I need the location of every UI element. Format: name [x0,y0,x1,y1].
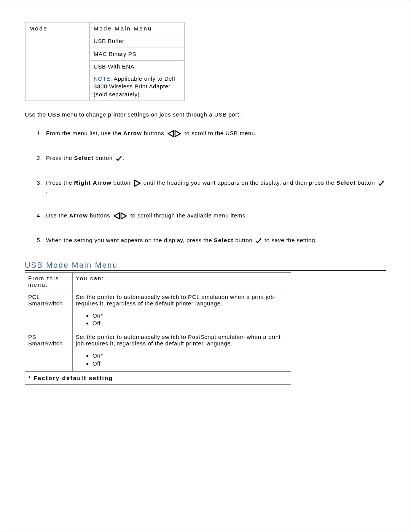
arrow-left-right-icon [113,212,128,219]
row-menu-ps: PS SmartSwitch [25,331,73,372]
arrow-left-right-icon [167,130,182,137]
mode-table-row-main: Mode Main Menu [90,22,185,35]
note-label: NOTE: [94,75,112,82]
mode-table-row-mac-binary: MAC Binary PS [90,48,185,60]
usb-mode-table: From this menu: You can: PCL SmartSwitch… [25,272,291,385]
step-4: Use the Arrow buttons to scroll through … [44,211,386,219]
table-row: PCL SmartSwitch Set the printer to autom… [25,291,291,331]
check-icon [378,180,384,187]
row-desc-ps: Set the printer to automatically switch … [73,331,291,372]
step-2: Press the Select button . [44,154,386,162]
list-item: Off [92,360,288,367]
usb-ena-title: USB With ENA [94,63,180,70]
table-row: PS SmartSwitch Set the printer to automa… [25,331,291,372]
check-icon [115,155,122,162]
steps-list: From the menu list, use the Arrow button… [25,129,386,244]
mode-table-row-usb-buffer: USB Buffer [90,35,185,48]
col-you-header: You can: [73,272,291,291]
col-from-header: From this menu: [25,272,73,291]
factory-default-note: * Factory default setting [25,371,291,384]
list-item: On* [92,312,288,320]
table-footer: * Factory default setting [25,371,291,384]
document-page: Mode Mode Main Menu USB Buffer MAC Binar… [0,0,411,532]
mode-table-row-usb-ena: USB With ENA NOTE: Applicable only to De… [90,60,185,101]
section-heading-usb-mode: USB Mode Main Menu [25,261,386,270]
arrow-right-icon [133,180,141,187]
list-item: Off [92,320,288,327]
section-rule [25,270,386,271]
mode-table-col1: Mode [25,22,90,101]
step-3: Press the Right Arrow button until the h… [44,179,386,195]
step-5: When the setting you want appears on the… [44,236,386,244]
list-item: On* [92,352,288,359]
intro-paragraph: Use the USB menu to change printer setti… [25,111,386,118]
row-menu-pcl: PCL SmartSwitch [25,291,73,331]
mode-table: Mode Mode Main Menu USB Buffer MAC Binar… [25,22,185,101]
row-desc-pcl: Set the printer to automatically switch … [73,291,291,331]
check-icon [255,237,262,244]
step-1: From the menu list, use the Arrow button… [44,129,386,137]
